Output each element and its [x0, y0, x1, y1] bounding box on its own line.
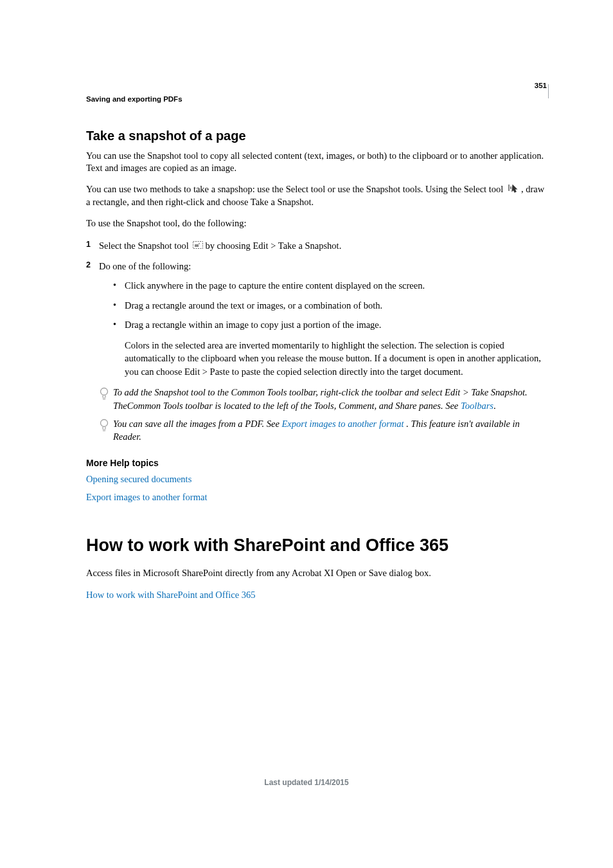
svg-point-2	[199, 243, 200, 244]
link-export-images-inline[interactable]: Export images to another format	[281, 419, 406, 429]
footer-last-updated: Last updated 1/14/2015	[0, 778, 613, 787]
select-tool-icon	[507, 183, 520, 196]
tip-text: You can save all the images from a PDF. …	[113, 417, 549, 444]
link-export-images[interactable]: Export images to another format	[86, 490, 549, 504]
paragraph-colors-note: Colors in the selected area are inverted…	[125, 339, 549, 379]
bullet-item: Click anywhere in the page to capture th…	[113, 278, 549, 293]
more-help-heading: More Help topics	[86, 458, 549, 468]
svg-point-4	[101, 420, 108, 427]
lightbulb-icon	[99, 387, 111, 404]
link-sharepoint[interactable]: How to work with SharePoint and Office 3…	[86, 588, 549, 602]
bullet-item: Drag a rectangle around the text or imag…	[113, 298, 549, 312]
paragraph-methods: You can use two methods to take a snapsh…	[86, 183, 549, 208]
bullet-list: Click anywhere in the page to capture th…	[113, 278, 549, 378]
tip-row-1: To add the Snapshot tool to the Common T…	[99, 386, 549, 412]
numbered-steps: 1 Select the Snapshot tool by choosing E…	[86, 239, 549, 379]
bullet-item: Drag a rectangle within an image to copy…	[113, 318, 549, 378]
svg-point-3	[101, 388, 108, 395]
header-section-title: Saving and exporting PDFs	[86, 95, 182, 103]
chapter-heading-sharepoint: How to work with SharePoint and Office 3…	[86, 536, 549, 556]
step-number: 2	[86, 259, 91, 271]
page-number: 351	[535, 82, 547, 89]
step-1: 1 Select the Snapshot tool by choosing E…	[86, 239, 549, 254]
paragraph-sharepoint-intro: Access files in Microsoft SharePoint dir…	[86, 567, 549, 579]
text-fragment: You can use two methods to take a snapsh…	[86, 184, 506, 194]
tip-text: To add the Snapshot tool to the Common T…	[113, 386, 549, 412]
text-fragment: .	[493, 401, 496, 411]
step-number: 1	[86, 239, 91, 251]
svg-rect-1	[195, 244, 199, 247]
section-heading-snapshot: Take a snapshot of a page	[86, 129, 549, 143]
step-2: 2 Do one of the following: Click anywher…	[86, 259, 549, 379]
tip-row-2: You can save all the images from a PDF. …	[99, 417, 549, 444]
text-fragment: Select the Snapshot tool	[99, 240, 191, 251]
text-fragment: by choosing Edit > Take a Snapshot.	[205, 240, 341, 251]
text-fragment: Do one of the following:	[99, 261, 191, 271]
text-fragment: You can save all the images from a PDF. …	[113, 419, 281, 429]
paragraph-instruction: To use the Snapshot tool, do the followi…	[86, 217, 549, 230]
header-rule	[548, 84, 549, 98]
paragraph-intro: You can use the Snapshot tool to copy al…	[86, 150, 549, 174]
link-opening-secured[interactable]: Opening secured documents	[86, 472, 549, 486]
text-fragment: Drag a rectangle within an image to copy…	[125, 320, 381, 330]
link-toolbars[interactable]: Toolbars	[461, 401, 493, 411]
lightbulb-icon	[99, 419, 111, 435]
snapshot-tool-icon	[192, 239, 204, 253]
